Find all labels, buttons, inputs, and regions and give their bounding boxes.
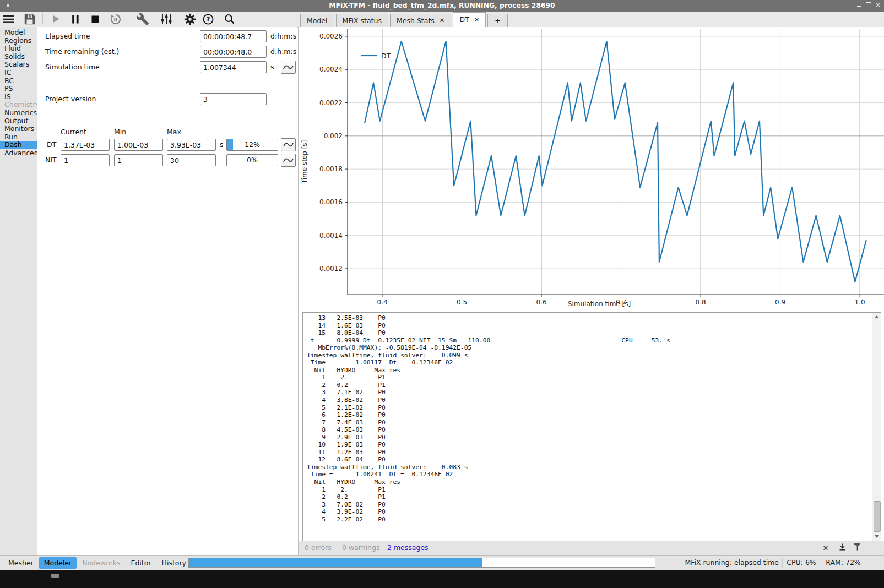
settings-wrench-button[interactable] (135, 12, 150, 26)
sidebar-item-ic[interactable]: IC (0, 69, 37, 77)
settings-gear-button[interactable] (183, 12, 197, 26)
reset-button[interactable] (109, 12, 123, 26)
module-tab-history[interactable]: History (157, 557, 191, 569)
tab-close-icon[interactable]: ✕ (440, 14, 445, 27)
scrollbar-thumb[interactable] (874, 501, 881, 532)
nit-min-field[interactable] (114, 154, 163, 166)
sidebar-item-regions[interactable]: Regions (0, 37, 37, 45)
console-output: 13 2.5E-03 P0 14 1.6E-03 P0 15 8.0E-04 P… (303, 313, 881, 523)
sidebar-item-solids[interactable]: Solids (0, 53, 37, 61)
dashboard-form-panel: Elapsed time d:h:m:s Time remaining (est… (37, 27, 297, 555)
module-tab-modeler[interactable]: Modeler (39, 557, 77, 569)
tab-close-icon[interactable]: ✕ (474, 13, 480, 27)
simulation-time-field[interactable] (200, 61, 267, 73)
dt-max-field[interactable] (167, 139, 216, 151)
nit-max-field[interactable] (167, 154, 216, 166)
nit-current-field[interactable] (61, 154, 110, 166)
sidebar-item-numerics[interactable]: Numerics (0, 109, 37, 117)
scroll-to-top-button[interactable] (852, 543, 862, 553)
pause-icon (69, 13, 82, 26)
minimize-button[interactable] (855, 0, 864, 12)
tab-label: + (495, 14, 500, 27)
console-scrollbar[interactable] (872, 313, 881, 541)
svg-text:0.0012: 0.0012 (319, 265, 343, 273)
save-button[interactable] (23, 12, 37, 26)
svg-text:0.9: 0.9 (775, 298, 785, 306)
menu-button[interactable] (1, 12, 15, 26)
sidebar-item-run[interactable]: Run (0, 133, 37, 141)
toolbar-separator (42, 13, 43, 24)
sidebar-item-dash[interactable]: Dash (0, 141, 37, 149)
dt-line-chart: 0.40.50.60.70.80.91.00.00120.00140.00160… (299, 27, 884, 311)
messages-bar: 0 errors 0 warnings 2 messages ✕ (299, 541, 884, 555)
sparkline-icon (282, 155, 295, 166)
ram-usage: RAM: 72% (824, 556, 863, 570)
help-button[interactable]: ? (201, 12, 215, 26)
search-icon (223, 13, 236, 26)
dt-min-field[interactable] (114, 139, 163, 151)
warnings-count: 0 warnings (342, 541, 380, 555)
sidebar-item-is[interactable]: IS (0, 93, 37, 101)
sidebar-item-scalars[interactable]: Scalars (0, 61, 37, 69)
sparkline-icon (282, 62, 295, 73)
simtime-plot-button[interactable] (281, 61, 296, 74)
taskbar-pill (51, 574, 59, 578)
scroll-down-icon[interactable] (872, 532, 881, 541)
pause-button[interactable] (68, 12, 83, 26)
elapsed-time-unit: d:h:m:s (270, 30, 296, 42)
tab-dt[interactable]: DT✕ (453, 12, 486, 27)
module-tab-nodeworks: Nodeworks (77, 557, 125, 569)
elapsed-time-field[interactable] (200, 30, 267, 42)
help-icon: ? (202, 13, 215, 26)
svg-text:0.0024: 0.0024 (319, 66, 343, 73)
errors-count: 0 errors (305, 541, 332, 555)
dt-unit: s (220, 139, 224, 151)
dt-progress-label: 12% (227, 139, 278, 150)
dt-plot-button[interactable] (281, 138, 296, 151)
tab-mfix-status[interactable]: MFiX status (336, 14, 388, 27)
tab-mesh-stats[interactable]: Mesh Stats✕ (390, 14, 451, 27)
module-tab-mesher[interactable]: Mesher (3, 557, 39, 569)
clear-console-button[interactable]: ✕ (821, 543, 831, 553)
tab-model[interactable]: Model (300, 14, 334, 27)
svg-text:?: ? (207, 15, 210, 23)
search-button[interactable] (223, 12, 237, 26)
running-status-text: MFiX running: elapsed time 0:00:48 (659, 556, 779, 570)
time-remaining-field[interactable] (200, 46, 267, 58)
new-tab-button[interactable]: + (487, 14, 507, 27)
tab-label: MFiX status (343, 14, 382, 27)
svg-text:0.6: 0.6 (536, 298, 546, 306)
save-icon (23, 13, 36, 26)
play-icon (49, 13, 62, 26)
run-button[interactable] (48, 12, 63, 26)
svg-text:0.002: 0.002 (324, 132, 343, 140)
parameters-button[interactable] (159, 12, 173, 26)
nit-plot-button[interactable] (281, 154, 296, 167)
module-tab-editor[interactable]: Editor (126, 557, 156, 569)
sidebar-item-output[interactable]: Output (0, 117, 37, 126)
sidebar-item-ps[interactable]: PS (0, 85, 37, 93)
run-progress-bar (188, 558, 655, 568)
close-button[interactable]: ✕ (874, 0, 882, 12)
svg-text:0.5: 0.5 (457, 298, 467, 306)
project-version-label: Project version (45, 93, 96, 105)
window-title: MFiX-TFM - fluid_bed_tfm_2d.mfx, RUNNING… (0, 0, 884, 12)
sidebar-item-model[interactable]: Model (0, 29, 37, 37)
toolbar-separator (131, 13, 131, 24)
stop-button[interactable] (88, 12, 102, 26)
dt-current-field[interactable] (61, 139, 110, 151)
scroll-up-icon[interactable] (872, 313, 881, 321)
svg-text:0.8: 0.8 (696, 298, 706, 306)
sidebar-item-bc[interactable]: BC (0, 77, 37, 85)
simulation-time-unit: s (270, 61, 274, 73)
sidebar-item-fluid[interactable]: Fluid (0, 45, 37, 53)
sidebar-item-monitors[interactable]: Monitors (0, 125, 37, 133)
taskbar-strip (0, 570, 884, 588)
sidebar-item-advanced[interactable]: Advanced (0, 149, 37, 157)
maximize-button[interactable] (864, 0, 873, 12)
save-log-button[interactable] (837, 543, 847, 553)
svg-text:0.0014: 0.0014 (319, 232, 343, 239)
messages-count[interactable]: 2 messages (387, 541, 429, 555)
scroll-top-icon (853, 543, 861, 551)
project-version-field[interactable] (200, 93, 267, 105)
